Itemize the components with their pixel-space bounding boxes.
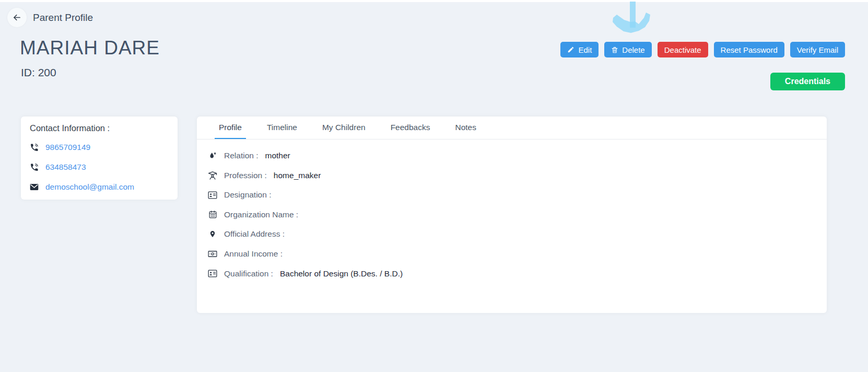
qualification-icon [207,270,218,277]
deactivate-button[interactable]: Deactivate [658,42,708,57]
credentials-button-label: Credentials [785,77,830,86]
contact-email-row: demoschool@gmail.com [30,181,169,193]
detail-label: Designation : [224,190,271,200]
arrow-left-icon [12,13,22,22]
contact-phone-row: 634858473 [30,161,169,173]
profession-icon [207,171,218,180]
phone-number-link[interactable]: 634858473 [45,162,86,172]
detail-label: Organization Name : [224,210,298,219]
detail-row-organization: Organization Name : [207,208,827,221]
detail-label: Qualification : [224,269,273,278]
reset-password-button[interactable]: Reset Password [714,42,784,57]
action-buttons-row: Edit Delete Deactivate Reset Password Ve… [560,42,845,57]
tab-timeline[interactable]: Timeline [263,117,301,139]
detail-row-relation: Relation : mother [207,149,827,162]
credentials-row: Credentials [770,73,845,90]
profile-details: Relation : mother Profession : home_make… [197,140,827,280]
tab-notes[interactable]: Notes [451,117,480,139]
parent-profile-card: Profile Timeline My Children Feedbacks N… [197,117,827,313]
top-strip [0,0,868,2]
detail-value: Bachelor of Design (B.Des. / B.D.) [280,269,403,278]
phone-number-link[interactable]: 9865709149 [45,143,90,152]
tab-feedbacks[interactable]: Feedbacks [386,117,435,139]
verify-email-button-label: Verify Email [797,45,838,54]
contact-phone-row: 9865709149 [30,142,169,153]
map-pin-icon [207,229,218,239]
detail-row-qualification: Qualification : Bachelor of Design (B.De… [207,268,827,280]
email-icon [30,183,39,191]
down-arrow-annotation [601,0,668,42]
detail-label: Official Address : [224,229,285,239]
detail-value: mother [265,151,290,160]
deactivate-button-label: Deactivate [664,45,701,54]
parent-name: MARIAH DARE [20,37,160,59]
tab-my-children[interactable]: My Children [318,117,370,139]
back-button[interactable] [7,8,27,27]
relation-icon [207,151,218,160]
detail-value: home_maker [274,171,321,180]
page-title: Parent Profile [33,12,93,24]
edit-button-label: Edit [578,45,592,54]
detail-label: Annual Income : [224,249,283,259]
phone-icon [30,143,39,152]
pencil-icon [567,46,574,53]
detail-label: Relation : [224,151,258,160]
tab-profile[interactable]: Profile [215,117,246,139]
verify-email-button[interactable]: Verify Email [790,42,845,57]
detail-row-designation: Designation : [207,189,827,201]
phone-icon [30,163,39,172]
organization-icon [207,210,218,219]
delete-button-label: Delete [622,45,644,54]
trash-icon [611,46,618,54]
detail-row-profession: Profession : home_maker [207,169,827,182]
banknote-icon [207,250,218,258]
reset-password-button-label: Reset Password [721,45,778,54]
contact-information-card: Contact Information : 9865709149 6348584… [21,117,178,200]
edit-button[interactable]: Edit [560,42,599,57]
credentials-button[interactable]: Credentials [770,73,845,90]
detail-row-official-address: Official Address : [207,228,827,240]
contact-information-heading: Contact Information : [30,123,169,133]
designation-icon [207,191,218,199]
detail-row-annual-income: Annual Income : [207,248,827,260]
email-link[interactable]: demoschool@gmail.com [45,182,134,192]
delete-button[interactable]: Delete [604,42,651,57]
parent-id: ID: 200 [21,66,56,79]
detail-label: Profession : [224,171,267,180]
profile-tabs: Profile Timeline My Children Feedbacks N… [197,117,827,140]
